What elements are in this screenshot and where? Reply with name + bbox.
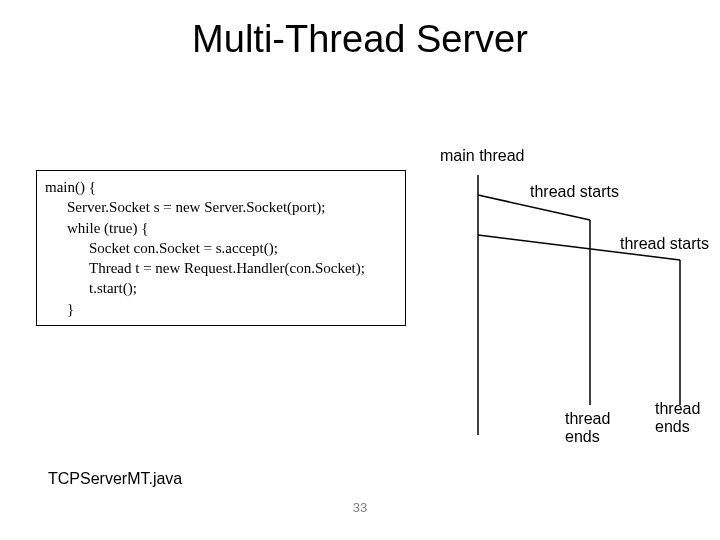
code-line: Thread t = new Request.Handler(con.Socke… [45, 258, 397, 278]
code-line: Socket con.Socket = s.accept(); [45, 238, 397, 258]
label-thread-ends-2: thread ends [655, 400, 700, 435]
code-line: } [45, 299, 397, 319]
page-number: 33 [353, 500, 367, 515]
label-thread-starts-2: thread starts [620, 235, 709, 253]
label-thread-starts-1: thread starts [530, 183, 619, 201]
label-thread-ends-1: thread ends [565, 410, 610, 445]
code-block: main() { Server.Socket s = new Server.So… [36, 170, 406, 326]
code-line: main() { [45, 177, 397, 197]
code-line: Server.Socket s = new Server.Socket(port… [45, 197, 397, 217]
thread-diagram: main thread thread starts thread starts … [420, 145, 710, 445]
label-main-thread: main thread [440, 147, 525, 165]
source-file-label: TCPServerMT.java [48, 470, 182, 488]
code-line: t.start(); [45, 278, 397, 298]
slide-title: Multi-Thread Server [0, 18, 720, 61]
code-line: while (true) { [45, 218, 397, 238]
